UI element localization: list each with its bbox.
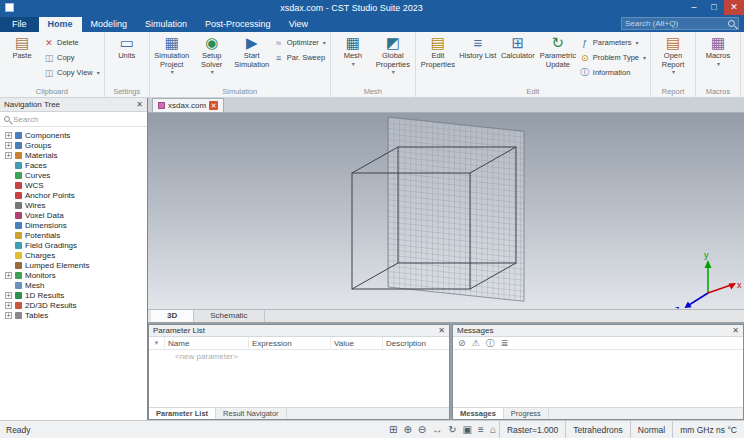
tab-file[interactable]: File xyxy=(0,17,39,32)
history-list-button[interactable]: ≡ History List xyxy=(458,32,498,84)
close-parameter-list-icon[interactable]: ✕ xyxy=(438,326,445,335)
tab-home[interactable]: Home xyxy=(39,17,82,32)
tab-post-processing[interactable]: Post-Processing xyxy=(196,17,280,32)
close-document-icon[interactable]: ✕ xyxy=(209,101,218,110)
calculator-button[interactable]: ⊞ Calculator xyxy=(498,32,538,84)
copy-view-button[interactable]: ◫ Copy View ▾ xyxy=(42,65,102,80)
nav-item-mesh[interactable]: Mesh xyxy=(5,280,147,290)
setup-solver-button[interactable]: ◉ Setup Solver ▾ xyxy=(192,32,232,84)
message-options-icon[interactable]: ≣ xyxy=(501,337,509,350)
mesh-button[interactable]: ▦ Mesh ▾ xyxy=(333,32,373,84)
paste-button[interactable]: ▤ Paste xyxy=(2,32,42,84)
document-area: xsdax.com ✕ xyxy=(148,98,744,420)
nav-item-2d-3d-results[interactable]: +2D/3D Results xyxy=(5,300,147,310)
clear-messages-icon[interactable]: ⊘ xyxy=(458,337,466,350)
expander-icon[interactable]: + xyxy=(5,152,12,159)
nav-item-tables[interactable]: +Tables xyxy=(5,310,147,320)
expander-icon[interactable]: + xyxy=(5,272,12,279)
problem-type-button[interactable]: ⊙ Problem Type ▾ xyxy=(578,50,648,65)
simulation-project-button[interactable]: ▦ Simulation Project ▾ xyxy=(152,32,192,84)
macros-button[interactable]: ▦ Macros ▾ xyxy=(698,32,738,84)
open-report-button[interactable]: ▤ Open Report ▾ xyxy=(653,32,693,84)
rotate-view-icon[interactable]: ↻ xyxy=(445,424,459,435)
info-filter-icon[interactable]: ⓘ xyxy=(486,337,495,350)
mesh-type-indicator[interactable]: Tetrahedrons xyxy=(565,421,630,438)
pan-icon[interactable]: ↔ xyxy=(429,424,445,435)
column-value[interactable]: Value xyxy=(331,337,383,349)
viewport-3d[interactable]: y x z xyxy=(148,113,744,309)
nav-search-box[interactable] xyxy=(0,112,147,127)
tab-progress[interactable]: Progress xyxy=(504,408,549,419)
nav-item-components[interactable]: +Components xyxy=(5,130,147,140)
delete-button[interactable]: ✕ Delete xyxy=(42,35,102,50)
tab-parameter-list[interactable]: Parameter List xyxy=(149,408,216,419)
select-box-icon[interactable]: ▣ xyxy=(460,424,475,435)
column-description[interactable]: Description xyxy=(383,337,449,349)
maximize-button[interactable]: □ xyxy=(704,0,724,15)
nav-item-groups[interactable]: +Groups xyxy=(5,140,147,150)
nav-item-charges[interactable]: Charges xyxy=(5,250,147,260)
global-search-box[interactable] xyxy=(621,17,739,30)
close-nav-icon[interactable]: ✕ xyxy=(136,100,143,109)
expander-icon[interactable]: + xyxy=(5,302,12,309)
expander-icon[interactable]: + xyxy=(5,132,12,139)
parameter-table-body[interactable]: <new parameter> xyxy=(149,350,449,407)
minimize-button[interactable]: – xyxy=(684,0,704,15)
nav-item-dimensions[interactable]: Dimensions xyxy=(5,220,147,230)
nav-item-field-gradings[interactable]: Field Gradings xyxy=(5,240,147,250)
column-expression[interactable]: Expression xyxy=(249,337,331,349)
parameters-label: Parameters xyxy=(593,38,632,47)
par-sweep-button[interactable]: ≡ Par. Sweep xyxy=(272,50,328,65)
global-properties-button[interactable]: ◩ Global Properties ▾ xyxy=(373,32,413,84)
start-simulation-button[interactable]: ▶ Start Simulation xyxy=(232,32,272,84)
messages-body[interactable] xyxy=(453,350,743,407)
edit-properties-button[interactable]: ▤ Edit Properties xyxy=(418,32,458,84)
parametric-update-button[interactable]: ↻ Parametric Update xyxy=(538,32,578,84)
units-button[interactable]: ▭ Units xyxy=(107,32,147,84)
expander-icon[interactable]: + xyxy=(5,312,12,319)
expander-icon[interactable]: + xyxy=(5,142,12,149)
copy-button[interactable]: ◫ Copy xyxy=(42,50,102,65)
nav-item-materials[interactable]: +Materials xyxy=(5,150,147,160)
raster-indicator[interactable]: Raster=1.000 xyxy=(499,421,565,438)
close-button[interactable]: ✕ xyxy=(724,0,744,15)
warnings-filter-icon[interactable]: ⚠ xyxy=(472,337,480,350)
information-button[interactable]: ⓘ Information xyxy=(578,65,648,80)
tab-result-navigator[interactable]: Result Navigator xyxy=(216,408,286,419)
nav-item-lumped-elements[interactable]: Lumped Elements xyxy=(5,260,147,270)
parameters-button[interactable]: ƒ Parameters ▾ xyxy=(578,35,648,50)
document-tab-label: xsdax.com xyxy=(168,101,206,110)
grid-snap-icon[interactable]: ⊞ xyxy=(386,424,400,435)
view-tab-3d[interactable]: 3D xyxy=(151,310,194,322)
tab-simulation[interactable]: Simulation xyxy=(136,17,196,32)
column-name[interactable]: Name xyxy=(165,337,249,349)
filter-icon[interactable]: ▼ xyxy=(149,337,165,349)
view-mode-indicator[interactable]: Normal xyxy=(630,421,672,438)
tab-view[interactable]: View xyxy=(280,17,317,32)
nav-item-voxel-data[interactable]: Voxel Data xyxy=(5,210,147,220)
search-input[interactable] xyxy=(625,19,728,28)
expander-icon[interactable]: + xyxy=(5,292,12,299)
zoom-out-icon[interactable]: ⊖ xyxy=(415,424,429,435)
document-tab[interactable]: xsdax.com ✕ xyxy=(152,98,224,112)
nav-item-wcs[interactable]: WCS xyxy=(5,180,147,190)
zoom-in-icon[interactable]: ⊕ xyxy=(400,424,414,435)
nav-item-faces[interactable]: Faces xyxy=(5,160,147,170)
home-view-icon[interactable]: ⌂ xyxy=(487,424,499,435)
nav-item-1d-results[interactable]: +1D Results xyxy=(5,290,147,300)
tab-messages[interactable]: Messages xyxy=(453,408,504,419)
nav-item-curves[interactable]: Curves xyxy=(5,170,147,180)
close-messages-icon[interactable]: ✕ xyxy=(732,326,739,335)
nav-item-monitors[interactable]: +Monitors xyxy=(5,270,147,280)
view-tab-schematic[interactable]: Schematic xyxy=(194,310,264,322)
nav-item-wires[interactable]: Wires xyxy=(5,200,147,210)
nav-search-icon xyxy=(4,116,10,122)
units-indicator[interactable]: mm GHz ns °C xyxy=(672,421,744,438)
nav-item-potentials[interactable]: Potentials xyxy=(5,230,147,240)
nav-item-anchor-points[interactable]: Anchor Points xyxy=(5,190,147,200)
optimizer-button[interactable]: ≈ Optimizer ▾ xyxy=(272,35,328,50)
list-view-icon[interactable]: ≡ xyxy=(475,424,487,435)
new-parameter-row[interactable]: <new parameter> xyxy=(149,350,449,361)
tab-modeling[interactable]: Modeling xyxy=(82,17,137,32)
nav-search-input[interactable] xyxy=(13,115,143,124)
